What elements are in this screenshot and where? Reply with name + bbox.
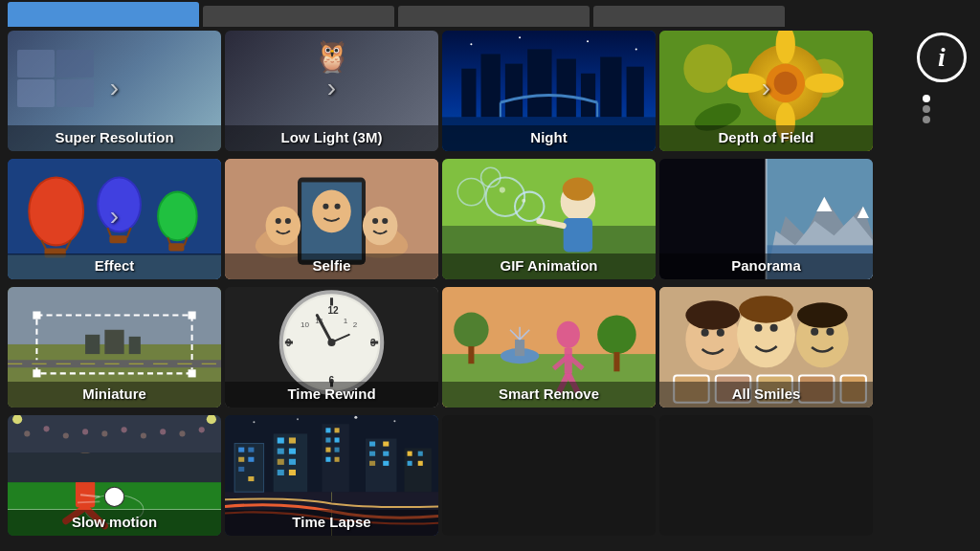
svg-rect-1 <box>461 69 476 118</box>
tile-label-panorama: Panorama <box>659 253 873 279</box>
svg-point-165 <box>141 432 146 438</box>
svg-rect-202 <box>383 442 389 447</box>
svg-point-134 <box>770 324 778 332</box>
svg-point-138 <box>826 328 834 336</box>
svg-point-22 <box>727 74 767 93</box>
svg-rect-190 <box>289 470 296 475</box>
svg-point-14 <box>587 40 589 42</box>
tile-label-depth-of-field: Depth of Field <box>659 125 873 151</box>
svg-rect-3 <box>505 64 523 118</box>
tile-panorama[interactable]: Panorama <box>659 159 873 279</box>
svg-rect-2 <box>481 54 501 117</box>
tile-night[interactable]: Night <box>442 31 656 151</box>
tile-low-light[interactable]: 🦉 › Low Light (3M) <box>225 31 438 151</box>
svg-point-50 <box>323 204 328 209</box>
svg-rect-196 <box>325 448 330 452</box>
owl-icon: 🦉 <box>313 38 351 75</box>
scroll-dot-3 <box>923 116 930 123</box>
tile-depth-of-field[interactable]: › Depth of Field <box>659 31 873 151</box>
svg-rect-7 <box>600 57 621 118</box>
tile-all-smiles[interactable]: All Smiles <box>659 287 873 408</box>
svg-text:10: 10 <box>301 320 310 329</box>
svg-text:12: 12 <box>327 305 339 316</box>
svg-rect-89 <box>129 337 141 354</box>
tab-4[interactable] <box>593 6 785 27</box>
tile-label-all-smiles: All Smiles <box>659 382 873 408</box>
tile-arrow: › <box>327 73 336 103</box>
svg-rect-83 <box>33 311 40 319</box>
svg-rect-193 <box>335 428 340 432</box>
tile-label-night: Night <box>442 125 656 151</box>
svg-point-125 <box>454 313 488 347</box>
svg-rect-186 <box>289 449 296 454</box>
svg-rect-205 <box>369 461 375 466</box>
info-button[interactable]: i <box>917 33 967 82</box>
svg-point-166 <box>160 429 166 434</box>
svg-point-17 <box>683 44 732 93</box>
tile-time-rewind[interactable]: 12 3 6 9 11 1 2 10 Time Rewind <box>225 287 438 408</box>
svg-point-212 <box>253 421 255 423</box>
main-content: › Super Resolution 🦉 › Low Light (3M) <box>0 27 980 543</box>
tile-super-resolution[interactable]: › Super Resolution <box>8 31 221 151</box>
tab-1[interactable] <box>8 2 199 27</box>
svg-rect-187 <box>278 459 284 465</box>
tile-selfie[interactable]: Selfie <box>225 159 438 279</box>
svg-rect-208 <box>408 452 412 456</box>
tile-label-low-light: Low Light (3M) <box>225 125 438 151</box>
tile-gif-animation[interactable]: GIF Animation <box>442 159 656 279</box>
svg-point-13 <box>519 36 521 38</box>
svg-point-49 <box>312 190 351 233</box>
svg-rect-204 <box>383 452 389 456</box>
scroll-indicator <box>923 95 930 123</box>
tile-label-super-resolution: Super Resolution <box>8 125 221 151</box>
svg-text:1: 1 <box>344 317 348 325</box>
tile-miniature[interactable]: Miniature <box>8 287 221 408</box>
tile-smart-remove[interactable]: Smart Remove <box>442 287 656 408</box>
tile-effect[interactable]: › Effect <box>8 159 221 279</box>
svg-rect-4 <box>527 49 551 117</box>
svg-point-131 <box>685 300 740 329</box>
svg-rect-158 <box>8 453 221 482</box>
svg-point-167 <box>179 430 185 436</box>
tile-arrow: › <box>762 73 770 103</box>
tile-time-lapse[interactable]: Time Lapse <box>225 415 438 536</box>
tab-3[interactable] <box>398 6 590 27</box>
svg-point-159 <box>24 430 30 436</box>
svg-rect-195 <box>335 437 340 442</box>
svg-rect-192 <box>325 428 330 432</box>
svg-rect-124 <box>613 352 619 371</box>
svg-point-12 <box>470 43 472 45</box>
svg-point-23 <box>805 74 844 93</box>
svg-point-54 <box>285 218 291 224</box>
svg-point-109 <box>327 339 335 346</box>
svg-point-133 <box>754 324 762 332</box>
svg-point-117 <box>557 321 580 348</box>
svg-rect-8 <box>627 67 644 118</box>
svg-point-15 <box>635 48 637 50</box>
svg-point-162 <box>82 429 88 434</box>
svg-rect-203 <box>369 452 375 456</box>
tile-grid: › Super Resolution 🦉 › Low Light (3M) <box>0 27 880 543</box>
svg-rect-180 <box>238 467 244 472</box>
svg-point-62 <box>563 177 593 200</box>
svg-point-164 <box>122 427 127 432</box>
svg-point-161 <box>63 432 69 438</box>
scroll-dot-1 <box>923 95 930 102</box>
svg-point-160 <box>44 426 50 431</box>
tab-2[interactable] <box>203 6 394 27</box>
svg-rect-179 <box>248 457 254 462</box>
svg-point-129 <box>702 329 709 337</box>
svg-rect-188 <box>289 459 296 465</box>
svg-rect-194 <box>325 437 330 442</box>
svg-rect-197 <box>335 448 340 452</box>
svg-point-215 <box>393 420 395 422</box>
svg-rect-87 <box>85 335 100 354</box>
svg-rect-150 <box>76 480 95 507</box>
svg-point-56 <box>372 218 378 224</box>
svg-point-51 <box>335 204 341 209</box>
tile-label-miniature: Miniature <box>8 382 221 408</box>
svg-rect-42 <box>168 243 184 251</box>
tile-slow-motion[interactable]: Slow motion <box>8 415 221 536</box>
svg-rect-210 <box>408 461 412 466</box>
tab-bar <box>0 0 980 27</box>
